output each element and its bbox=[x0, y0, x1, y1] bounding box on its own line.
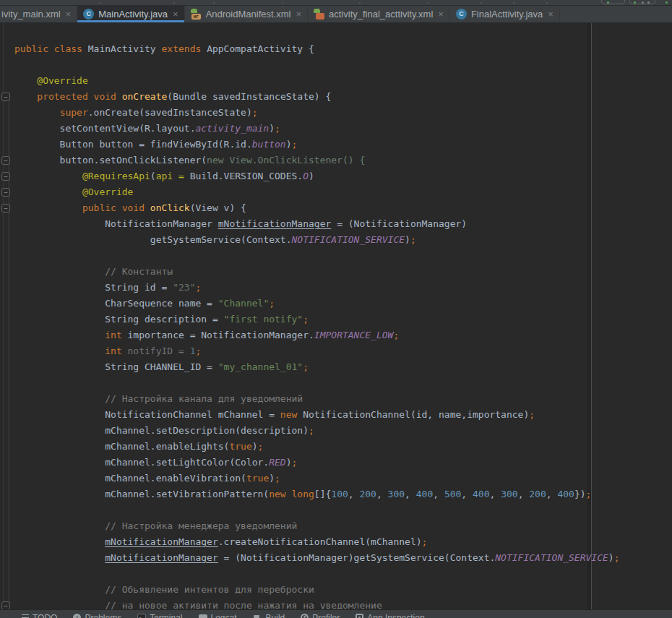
fold-icon[interactable]: − bbox=[1, 188, 10, 197]
tab-activity-final-acttivity-xml[interactable]: activity_final_acttivity.xml× bbox=[308, 6, 450, 22]
code-line[interactable]: NotificationChannel mChannel = new Notif… bbox=[0, 407, 672, 423]
run-icon[interactable] bbox=[665, 1, 668, 4]
code-line[interactable]: Button button = findViewById(R.id.button… bbox=[0, 137, 672, 153]
code-line[interactable]: String id = "23"; bbox=[0, 280, 672, 296]
toolwindow-label: TODO bbox=[33, 613, 57, 618]
gutter-cell bbox=[0, 534, 14, 550]
fold-icon[interactable]: − bbox=[1, 93, 10, 101]
code-text: public void onClick(View v) { bbox=[14, 200, 246, 216]
toolwindow-terminal[interactable]: >_Terminal bbox=[137, 613, 182, 618]
gutter-cell: − bbox=[0, 598, 14, 609]
gutter-cell: − bbox=[0, 89, 14, 105]
toolwindow-profiler[interactable]: Profiler bbox=[301, 613, 340, 618]
toolwindow-build[interactable]: Build bbox=[253, 613, 285, 618]
tab-finalacttivity-java[interactable]: CFinalActtivity.java× bbox=[450, 6, 560, 22]
toolbar-icon-dot bbox=[213, 2, 215, 4]
tab-close-icon[interactable]: × bbox=[173, 9, 178, 19]
code-text: // Настройка канала для уведомлений bbox=[14, 391, 303, 407]
code-text: @RequiresApi(api = Build.VERSION_CODES.O… bbox=[14, 168, 314, 184]
code-line[interactable] bbox=[0, 375, 672, 391]
code-text: int notifyID = 1; bbox=[14, 343, 201, 359]
code-line[interactable]: mChannel.setDescription(description); bbox=[0, 423, 672, 439]
code-line[interactable]: mChannel.setLightColor(Color.RED); bbox=[0, 455, 672, 471]
gutter-cell bbox=[0, 391, 14, 407]
toolwindow-label: Terminal bbox=[150, 613, 182, 618]
tab-close-icon[interactable]: × bbox=[66, 9, 72, 19]
gutter-cell bbox=[0, 486, 14, 502]
tool-window-bar: TODO!Problems>_TerminalLogcatBuildProfil… bbox=[0, 609, 672, 618]
fold-icon[interactable]: − bbox=[1, 601, 10, 609]
code-text: mNotificationManager.createNotificationC… bbox=[14, 534, 427, 550]
tab-label: activity_final_acttivity.xml bbox=[329, 9, 433, 20]
editor[interactable]: public class MainActivity extends AppCom… bbox=[0, 23, 672, 609]
code-line[interactable]: String description = "first notify"; bbox=[0, 312, 672, 327]
toolwindow-label: App Inspection bbox=[367, 613, 424, 618]
code-line[interactable]: CharSequence name = "Channel"; bbox=[0, 296, 672, 312]
code-line[interactable]: int importance = NotificationManager.IMP… bbox=[0, 327, 672, 343]
code-line[interactable]: mNotificationManager = (NotificationMana… bbox=[0, 550, 672, 566]
fold-icon[interactable]: − bbox=[1, 204, 10, 213]
code-text: public class MainActivity extends AppCom… bbox=[14, 41, 314, 57]
code-line[interactable]: // Константы bbox=[0, 264, 672, 280]
tab-ivity-main-xml[interactable]: ivity_main.xml× bbox=[0, 6, 77, 22]
code-line[interactable]: − public void onClick(View v) { bbox=[0, 200, 672, 216]
code-line[interactable]: // Настройка менеджера уведомлений bbox=[0, 518, 672, 534]
code-line[interactable]: mNotificationManager.createNotificationC… bbox=[0, 534, 672, 550]
code-line[interactable]: mChannel.setVibrationPattern(new long[]{… bbox=[0, 486, 672, 502]
code-line[interactable]: @Override bbox=[0, 73, 672, 89]
code-text: // на новое активити после нажатия на ув… bbox=[14, 598, 382, 609]
code-line[interactable] bbox=[0, 566, 672, 582]
code-line[interactable]: int notifyID = 1; bbox=[0, 343, 672, 359]
code-line[interactable]: setContentView(R.layout.activity_main); bbox=[0, 121, 672, 137]
run-icon[interactable] bbox=[634, 1, 636, 4]
code-line[interactable]: − button.setOnClickListener(new View.OnC… bbox=[0, 153, 672, 168]
fold-icon[interactable]: − bbox=[1, 172, 10, 181]
run-button-group[interactable] bbox=[601, 0, 625, 4]
toolwindow-todo[interactable]: TODO bbox=[22, 613, 57, 618]
code-line[interactable]: mChannel.enableLights(true); bbox=[0, 439, 672, 455]
tab-close-icon[interactable]: × bbox=[296, 9, 301, 19]
code-line[interactable] bbox=[0, 502, 672, 518]
code-line[interactable]: // Обьявление интентов для переброски bbox=[0, 582, 672, 598]
code-text: @Override bbox=[14, 73, 88, 89]
tab-mainactivity-java[interactable]: CMainActivity.java× bbox=[77, 6, 184, 22]
toolbar-icon-dot bbox=[642, 1, 644, 4]
gutter-cell bbox=[0, 296, 14, 312]
code-line[interactable]: − // на новое активити после нажатия на … bbox=[0, 598, 672, 609]
code-text: protected void onCreate(Bundle savedInst… bbox=[14, 89, 331, 105]
code-line[interactable]: // Настройка канала для уведомлений bbox=[0, 391, 672, 407]
tab-label: FinalActtivity.java bbox=[471, 9, 543, 20]
code-line[interactable]: String CHANNEL_ID = "my_channel_01"; bbox=[0, 359, 672, 375]
gutter-cell bbox=[0, 73, 14, 89]
code-text: mChannel.setVibrationPattern(new long[]{… bbox=[14, 486, 591, 502]
code-text: // Обьявление интентов для переброски bbox=[14, 582, 314, 598]
toolwindow-problems[interactable]: !Problems bbox=[73, 613, 121, 618]
code-text: String description = "first notify"; bbox=[14, 312, 309, 327]
toolwindow-app-inspection[interactable]: App Inspection bbox=[356, 613, 424, 618]
gutter-cell bbox=[0, 439, 14, 455]
class-file-icon: C bbox=[83, 9, 94, 20]
code-line[interactable]: super.onCreate(savedInstanceState); bbox=[0, 105, 672, 121]
code-line[interactable]: NotificationManager mNotificationManager… bbox=[0, 216, 672, 232]
code-line[interactable]: getSystemService(Context.NOTIFICATION_SE… bbox=[0, 232, 672, 248]
gutter-cell bbox=[0, 471, 14, 486]
code-line[interactable]: public class MainActivity extends AppCom… bbox=[0, 41, 672, 57]
code-line[interactable]: − protected void onCreate(Bundle savedIn… bbox=[0, 89, 672, 105]
toolwindow-logcat[interactable]: Logcat bbox=[199, 613, 237, 618]
code-text: super.onCreate(savedInstanceState); bbox=[14, 105, 258, 121]
code-line[interactable]: − @RequiresApi(api = Build.VERSION_CODES… bbox=[0, 168, 672, 184]
run-icon[interactable] bbox=[607, 1, 609, 4]
code-line[interactable]: mChannel.enableVibration(true); bbox=[0, 471, 672, 486]
tab-label: MainActivity.java bbox=[98, 9, 168, 20]
code-text: mChannel.setDescription(description); bbox=[14, 423, 314, 439]
code-line[interactable] bbox=[0, 248, 672, 264]
tab-androidmanifest-xml[interactable]: MFAndroidManifest.xml× bbox=[185, 6, 308, 22]
tab-close-icon[interactable]: × bbox=[548, 9, 553, 19]
code-area[interactable]: public class MainActivity extends AppCom… bbox=[0, 41, 672, 609]
tab-close-icon[interactable]: × bbox=[438, 9, 444, 19]
code-line[interactable]: − @Override bbox=[0, 184, 672, 200]
gutter-cell bbox=[0, 137, 14, 153]
code-line[interactable] bbox=[0, 57, 672, 73]
fold-icon[interactable]: − bbox=[1, 156, 10, 165]
gutter-cell bbox=[0, 121, 14, 137]
